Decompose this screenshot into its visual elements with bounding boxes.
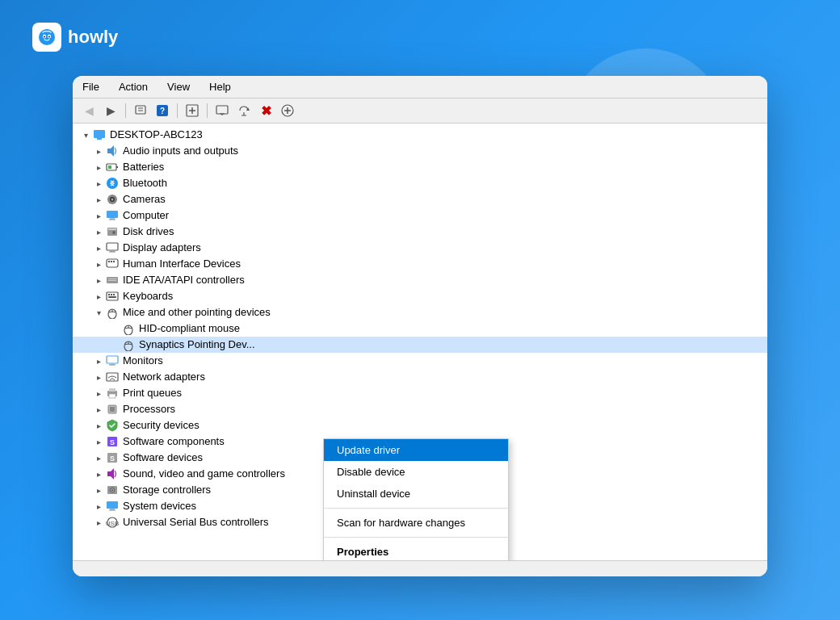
svg-rect-44 <box>113 261 115 262</box>
ide-expand[interactable] <box>92 274 105 287</box>
tree-item-processors[interactable]: Processors <box>73 401 767 417</box>
statusbar <box>73 560 767 576</box>
add-button[interactable] <box>278 102 297 119</box>
tree-item-mice[interactable]: Mice and other pointing devices <box>73 304 767 320</box>
tree-item-security[interactable]: Security devices <box>73 417 767 434</box>
svg-rect-67 <box>110 407 115 412</box>
context-menu: Update driver Disable device Uninstall d… <box>323 438 509 560</box>
expand-button[interactable] <box>183 102 202 119</box>
svg-rect-23 <box>97 138 102 140</box>
disk-label: Disk drives <box>123 224 767 240</box>
tree-item-batteries[interactable]: Batteries <box>73 159 767 175</box>
svg-rect-59 <box>107 356 118 363</box>
mice-expand[interactable] <box>92 306 105 319</box>
cameras-expand[interactable] <box>92 193 105 206</box>
svg-text:S: S <box>110 438 115 446</box>
svg-rect-27 <box>108 165 111 169</box>
monitors-icon <box>105 354 120 368</box>
menu-file[interactable]: File <box>79 79 103 94</box>
print-expand[interactable] <box>92 387 105 400</box>
svg-rect-64 <box>109 388 116 392</box>
mice-label: Mice and other pointing devices <box>123 304 767 320</box>
software-comp-expand[interactable] <box>92 435 105 448</box>
remove-button[interactable]: ✖ <box>256 102 275 119</box>
device-tree[interactable]: DESKTOP-ABC123 Audio inputs and outputs … <box>73 124 767 560</box>
svg-rect-51 <box>113 294 115 295</box>
tree-item-monitors[interactable]: Monitors <box>73 353 767 369</box>
menu-action[interactable]: Action <box>116 79 151 94</box>
network-label: Network adapters <box>123 369 767 385</box>
sound-icon <box>105 467 120 481</box>
context-menu-disable[interactable]: Disable device <box>324 461 508 483</box>
svg-rect-43 <box>111 261 112 262</box>
tree-item-disk[interactable]: Disk drives <box>73 224 767 240</box>
software-dev-expand[interactable] <box>92 451 105 464</box>
tree-item-cameras[interactable]: Cameras <box>73 191 767 207</box>
update-button[interactable] <box>234 102 254 119</box>
hid-expand[interactable] <box>92 258 105 270</box>
display-icon <box>105 241 120 255</box>
context-menu-scan[interactable]: Scan for hardware changes <box>324 512 508 534</box>
svg-rect-47 <box>108 280 116 281</box>
tree-item-hid[interactable]: Human Interface Devices <box>73 256 767 272</box>
howly-text: howly <box>68 27 118 48</box>
keyboards-icon <box>105 289 120 304</box>
usb-expand[interactable] <box>92 516 105 529</box>
forward-button[interactable]: ▶ <box>101 102 120 119</box>
audio-label: Audio inputs and outputs <box>123 143 767 159</box>
keyboards-label: Keyboards <box>123 288 767 304</box>
tree-item-bluetooth[interactable]: Bluetooth <box>73 175 767 191</box>
help-button[interactable]: ? <box>153 102 172 119</box>
disk-expand[interactable] <box>92 225 105 238</box>
processors-label: Processors <box>123 401 767 417</box>
properties-button[interactable] <box>131 102 150 119</box>
tree-item-hid-mouse[interactable]: HID-compliant mouse <box>73 320 767 337</box>
processors-expand[interactable] <box>92 403 105 416</box>
tree-root[interactable]: DESKTOP-ABC123 <box>73 127 767 143</box>
tree-item-audio[interactable]: Audio inputs and outputs <box>73 143 767 159</box>
tree-item-computer[interactable]: Computer <box>73 207 767 224</box>
keyboards-expand[interactable] <box>92 290 105 303</box>
tree-item-synaptics[interactable]: Synaptics Pointing Dev... <box>73 337 767 353</box>
computer-icon <box>105 208 120 223</box>
svg-text:S: S <box>110 455 115 463</box>
bluetooth-expand[interactable] <box>92 177 105 190</box>
sound-expand[interactable] <box>92 467 105 480</box>
root-expand[interactable] <box>79 128 92 141</box>
audio-expand[interactable] <box>92 145 105 157</box>
svg-rect-62 <box>107 373 118 381</box>
bluetooth-icon <box>105 176 120 191</box>
tree-item-keyboards[interactable]: Keyboards <box>73 288 767 304</box>
network-expand[interactable] <box>92 371 105 383</box>
screen-button[interactable] <box>212 102 232 119</box>
system-expand[interactable] <box>92 500 105 513</box>
ide-icon <box>105 273 120 287</box>
svg-rect-5 <box>136 106 145 114</box>
context-menu-update[interactable]: Update driver <box>324 439 508 461</box>
cameras-icon <box>105 192 120 207</box>
svg-rect-65 <box>109 394 116 398</box>
context-menu-properties[interactable]: Properties <box>324 541 508 560</box>
computer-expand[interactable] <box>92 209 105 222</box>
security-expand[interactable] <box>92 419 105 432</box>
context-menu-uninstall[interactable]: Uninstall device <box>324 483 508 505</box>
tree-item-network[interactable]: Network adapters <box>73 369 767 385</box>
menu-help[interactable]: Help <box>206 79 234 94</box>
display-label: Display adapters <box>123 240 767 256</box>
display-expand[interactable] <box>92 241 105 254</box>
monitors-expand[interactable] <box>92 354 105 367</box>
tree-item-print[interactable]: Print queues <box>73 385 767 401</box>
audio-icon <box>105 144 120 158</box>
ide-label: IDE ATA/ATAPI controllers <box>123 272 767 288</box>
storage-expand[interactable] <box>92 484 105 496</box>
tree-item-display[interactable]: Display adapters <box>73 240 767 256</box>
software-dev-icon: S <box>105 450 120 465</box>
batteries-expand[interactable] <box>92 161 105 174</box>
disk-icon <box>105 224 120 239</box>
hid-icon <box>105 257 120 271</box>
svg-text:USB: USB <box>106 520 119 527</box>
synaptics-label: Synaptics Pointing Dev... <box>139 337 767 353</box>
tree-item-ide[interactable]: IDE ATA/ATAPI controllers <box>73 272 767 288</box>
menu-view[interactable]: View <box>164 79 193 94</box>
back-button[interactable]: ◀ <box>79 102 99 119</box>
